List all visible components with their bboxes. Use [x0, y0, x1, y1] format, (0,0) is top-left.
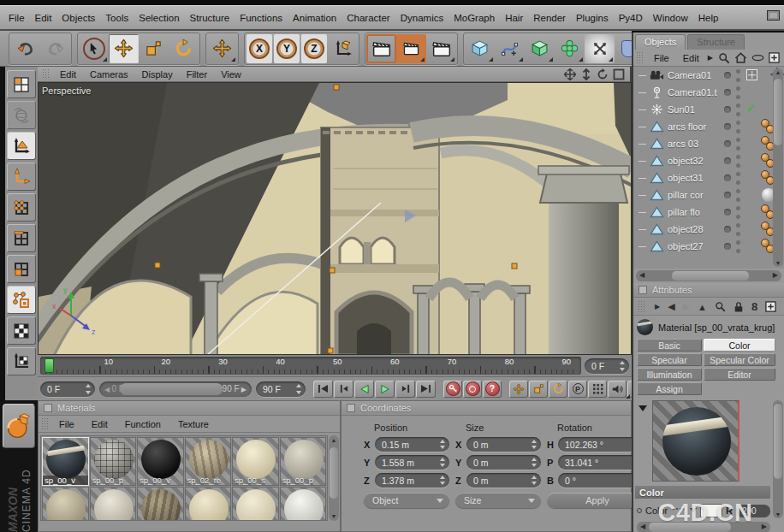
search-icon[interactable] — [715, 301, 726, 312]
material-thumb[interactable]: sp_00_p — [280, 437, 327, 486]
visibility-toggles[interactable] — [736, 69, 741, 82]
object-axis-mode-button[interactable] — [7, 163, 36, 191]
goto-start-button[interactable] — [313, 381, 333, 398]
eye-icon[interactable] — [751, 54, 764, 62]
visibility-dot[interactable] — [724, 106, 731, 113]
sound-toggle[interactable] — [608, 381, 627, 398]
spinner-arrows-icon[interactable] — [86, 384, 92, 394]
visibility-dot[interactable] — [724, 243, 731, 250]
record-keyframe-button[interactable] — [443, 381, 462, 398]
color-section-header[interactable]: Color — [635, 486, 770, 499]
materials-menu-item[interactable]: Edit — [83, 418, 116, 430]
menubar-item[interactable]: Hair — [500, 11, 528, 25]
materials-titlebar[interactable]: Materials — [39, 401, 340, 416]
key-pla-toggle[interactable] — [588, 381, 607, 398]
visibility-dot[interactable] — [724, 226, 731, 233]
c4d-logo-button[interactable] — [3, 404, 35, 448]
lock-y-button[interactable]: Y — [274, 34, 300, 63]
history-icon[interactable]: 8 — [751, 300, 757, 313]
tab-structure[interactable]: Structure — [687, 34, 745, 50]
material-thumb[interactable] — [185, 487, 232, 521]
window-icon[interactable] — [767, 10, 780, 21]
end-frame-spinner[interactable]: 90 F — [256, 381, 306, 397]
material-preview-box[interactable] — [652, 400, 739, 482]
visibility-toggles[interactable] — [736, 172, 741, 185]
visibility-dot[interactable] — [724, 174, 731, 181]
rotate-tool-button[interactable] — [169, 34, 199, 63]
viewport-canvas[interactable]: Perspective — [38, 82, 632, 355]
visibility-toggles[interactable] — [736, 86, 741, 99]
material-thumb[interactable]: sp_00_v — [137, 437, 184, 486]
menubar-item[interactable]: Objects — [56, 11, 100, 25]
viewport-menu-item[interactable]: Cameras — [83, 68, 135, 80]
menubar-item[interactable]: Selection — [134, 11, 184, 25]
render-settings-button[interactable] — [426, 34, 456, 63]
timeline-playhead[interactable] — [45, 358, 54, 373]
new-panel-icon[interactable] — [765, 301, 776, 312]
play-forwards-button[interactable] — [375, 381, 395, 398]
menubar-item[interactable]: Tools — [100, 11, 134, 25]
coord-mode-dropdown[interactable]: Object — [364, 493, 449, 508]
visibility-dot[interactable] — [724, 140, 731, 147]
previous-frame-button[interactable] — [334, 381, 353, 398]
range-thumb[interactable] — [120, 383, 223, 395]
live-selection-button[interactable] — [79, 34, 109, 63]
scroll-down-icon[interactable]: ▼ — [773, 260, 783, 266]
menubar-item[interactable]: Character — [342, 11, 395, 25]
visibility-dot[interactable] — [724, 157, 731, 164]
play-backwards-button[interactable] — [354, 381, 374, 398]
object-row-object28[interactable]: object28 — [633, 221, 784, 238]
up-level-icon[interactable]: ▲ — [698, 302, 707, 312]
add-modifier-button[interactable] — [555, 34, 585, 63]
add-deformer-button[interactable] — [585, 34, 615, 63]
size-mode-dropdown[interactable]: Size — [455, 493, 541, 508]
key-rotation-toggle[interactable] — [549, 381, 567, 398]
visibility-dot[interactable] — [724, 192, 731, 198]
materials-scrollbar[interactable]: ▲▼ — [329, 435, 339, 521]
scroll-up-icon[interactable]: ▲ — [773, 69, 783, 75]
pan-view-icon[interactable] — [564, 68, 576, 80]
materials-menu-item[interactable]: Function — [116, 418, 169, 430]
point-mode-button[interactable] — [7, 193, 36, 222]
object-row-pillar-flo[interactable]: pillar flo — [633, 204, 784, 221]
object-manager-menu-item[interactable]: Edit — [676, 52, 706, 64]
material-thumb[interactable] — [280, 487, 327, 521]
menubar-item[interactable]: Render — [528, 11, 571, 25]
mode-flyout-icon[interactable]: ▶ — [655, 303, 660, 310]
visibility-toggles[interactable] — [736, 206, 741, 219]
visibility-toggles[interactable] — [736, 121, 741, 133]
panel-checkbox-icon[interactable] — [638, 286, 647, 294]
target-tag-icon[interactable] — [746, 69, 757, 80]
make-editable-button[interactable] — [7, 70, 36, 98]
spinner-arrows-icon[interactable] — [532, 476, 538, 485]
channel-tab[interactable]: Color — [704, 339, 775, 352]
spinner-arrows-icon[interactable] — [620, 361, 626, 371]
scroll-up-icon[interactable]: ▲ — [329, 437, 339, 443]
object-row-camera01-target[interactable]: Camera01.t — [633, 84, 784, 101]
search-icon[interactable] — [718, 52, 730, 64]
visibility-dot[interactable] — [724, 72, 731, 79]
preview-range-slider[interactable]: 0 F 90 F — [99, 381, 252, 397]
autokeying-button[interactable] — [463, 381, 482, 398]
key-parameter-toggle[interactable]: P — [568, 381, 587, 398]
drag-handle[interactable] — [636, 51, 644, 64]
panel-checkbox-icon[interactable] — [347, 404, 355, 412]
model-mode-button[interactable] — [7, 132, 36, 160]
object-row-arcs-floor[interactable]: arcs floor — [633, 118, 784, 135]
viewport-menu-item[interactable]: View — [214, 68, 248, 80]
history-back-icon[interactable]: ◀ — [668, 301, 674, 312]
spinner-arrows-icon[interactable] — [440, 440, 446, 449]
size-x-field[interactable]: 0 m — [466, 437, 541, 452]
object-row-object27[interactable]: object27 — [633, 238, 784, 255]
key-position-toggle[interactable] — [509, 381, 528, 398]
drag-handle[interactable] — [638, 300, 646, 313]
position-z-field[interactable]: 1.378 m — [375, 473, 449, 488]
attributes-titlebar[interactable]: Attributes — [633, 283, 784, 298]
current-frame-spinner[interactable]: 0 F — [40, 381, 95, 397]
lock-x-button[interactable]: X — [246, 34, 272, 63]
toggle-view-icon[interactable] — [613, 68, 625, 80]
materials-menu-item[interactable]: File — [50, 418, 83, 430]
use-model-tool-button[interactable] — [7, 101, 36, 129]
spinner-arrows-icon[interactable] — [440, 476, 446, 485]
visibility-dot[interactable] — [724, 89, 731, 96]
